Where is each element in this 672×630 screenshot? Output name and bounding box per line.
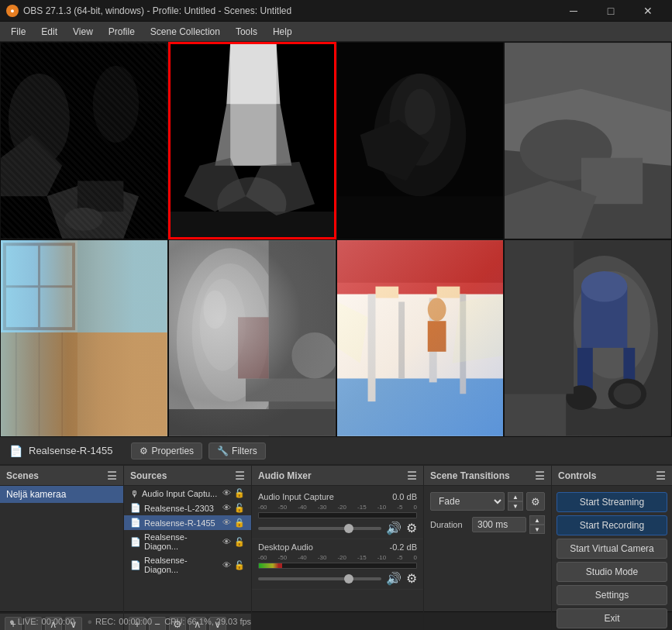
audio-meter-0-labels: -60 -50 -40 -30 -20 -15 -10 -5 0 — [258, 504, 417, 511]
preview-cell-2[interactable] — [168, 42, 336, 239]
close-button[interactable]: ✕ — [630, 0, 666, 22]
settings-button[interactable]: Settings — [557, 585, 667, 605]
audio-meter-1-labels: -60 -50 -40 -30 -20 -15 -10 -5 0 — [258, 554, 417, 561]
source-visible-icon-1[interactable]: 👁 — [222, 503, 231, 513]
rec-timer: 00:00:00 — [119, 617, 152, 626]
svg-point-42 — [199, 279, 245, 371]
source-lock-icon-1[interactable]: 🔓 — [234, 503, 245, 513]
preview-cell-6[interactable] — [168, 239, 336, 437]
audio-settings-0[interactable]: ⚙ — [406, 521, 417, 535]
preview-cell-1[interactable] — [0, 42, 168, 239]
source-lock-icon-0[interactable]: 🔓 — [234, 488, 245, 498]
menu-edit[interactable]: Edit — [33, 24, 65, 40]
svg-rect-12 — [169, 212, 336, 239]
sources-header-icons: ☰ — [235, 470, 245, 482]
source-lock-icon-3[interactable]: 🔓 — [234, 537, 245, 547]
menu-scene-collection[interactable]: Scene Collection — [143, 24, 228, 40]
audio-mixer-title: Audio Mixer — [258, 470, 312, 481]
duration-arrows: ▲ ▼ — [529, 515, 545, 534]
transition-down-button[interactable]: ▼ — [508, 501, 523, 511]
source-type-icon-3: 📄 — [130, 537, 141, 547]
audio-track-1: Desktop Audio -0.2 dB -60 -50 -40 -30 -2… — [252, 539, 423, 590]
svg-point-1 — [9, 74, 70, 166]
maximize-button[interactable]: □ — [593, 0, 629, 22]
scene-item-0[interactable]: Neljä kameraa — [0, 486, 123, 503]
preview-cell-7[interactable] — [336, 239, 505, 437]
audio-mixer-panel: Audio Mixer ☰ Audio Input Capture 0.0 dB… — [252, 466, 424, 630]
menu-help[interactable]: Help — [265, 24, 300, 40]
sources-config-icon[interactable]: ☰ — [235, 470, 245, 482]
transition-settings-button[interactable]: ⚙ — [526, 492, 545, 511]
source-visible-icon-3[interactable]: 👁 — [222, 537, 231, 547]
audio-track-1-name: Desktop Audio — [258, 542, 313, 552]
duration-up-button[interactable]: ▲ — [529, 515, 545, 525]
source-label-bar: 📄 Realsense-R-1455 ⚙ Properties 🔧 Filter… — [0, 437, 672, 465]
source-actions: ⚙ Properties 🔧 Filters — [131, 442, 265, 460]
svg-rect-50 — [337, 240, 504, 294]
properties-button[interactable]: ⚙ Properties — [131, 442, 202, 460]
source-item-2[interactable]: 📄 Realsense-R-1455 👁 🔒 — [124, 515, 251, 530]
scene-transitions-config-icon[interactable]: ☰ — [535, 470, 545, 482]
menu-file[interactable]: File — [3, 24, 33, 40]
preview-cell-8[interactable] — [504, 239, 672, 437]
duration-input[interactable] — [472, 517, 526, 532]
transition-type-select[interactable]: Fade Cut Swipe — [430, 492, 505, 511]
source-visible-icon-0[interactable]: 👁 — [222, 488, 231, 498]
source-item-1[interactable]: 📄 Realsense-L-2303 👁 🔓 — [124, 501, 251, 515]
settings-label: Settings — [595, 590, 629, 601]
minimize-button[interactable]: ─ — [556, 0, 591, 22]
audio-settings-1[interactable]: ⚙ — [406, 571, 417, 586]
source-item-3[interactable]: 📄 Realsense-Diagon... 👁 🔓 — [124, 530, 251, 553]
preview-cell-5[interactable] — [0, 239, 168, 437]
scene-transitions-title: Scene Transitions — [430, 470, 510, 481]
source-lock-icon-4[interactable]: 🔓 — [234, 560, 245, 570]
bottom-panel: Scenes ☰ Neljä kameraa + − ∧ ∨ Sources ☰ — [0, 465, 672, 611]
source-item-4[interactable]: 📄 Realsense-Diagon... 👁 🔓 — [124, 553, 251, 577]
scenes-title: Scenes — [6, 470, 39, 481]
volume-slider-1[interactable] — [258, 577, 381, 580]
volume-slider-0[interactable] — [258, 527, 381, 530]
preview-cell-4[interactable] — [504, 42, 672, 239]
title-controls[interactable]: ─ □ ✕ — [556, 0, 666, 22]
source-item-label-0: Audio Input Captu... — [142, 489, 217, 498]
controls-panel: Controls ☰ Start Streaming Start Recordi… — [552, 466, 672, 630]
source-lock-icon-2[interactable]: 🔒 — [234, 518, 245, 528]
transition-up-button[interactable]: ▲ — [508, 492, 523, 501]
start-virtual-camera-label: Start Virtual Camera — [570, 543, 654, 554]
source-visible-icon-4[interactable]: 👁 — [222, 560, 231, 570]
audio-mixer-config-icon[interactable]: ☰ — [407, 470, 417, 482]
menu-profile[interactable]: Profile — [101, 24, 143, 40]
volume-slider-0-thumb[interactable] — [344, 524, 353, 533]
controls-header-icons: ☰ — [656, 470, 666, 482]
app-icon: ● — [6, 5, 19, 17]
start-streaming-button[interactable]: Start Streaming — [557, 492, 667, 512]
menu-tools[interactable]: Tools — [228, 24, 265, 40]
filters-button[interactable]: 🔧 Filters — [208, 442, 266, 460]
svg-rect-44 — [268, 240, 335, 435]
scenes-config-icon[interactable]: ☰ — [107, 470, 117, 482]
sources-title: Sources — [130, 470, 167, 481]
menu-view[interactable]: View — [65, 24, 101, 40]
studio-mode-button[interactable]: Studio Mode — [557, 562, 667, 582]
source-item-icons-2: 👁 🔒 — [222, 518, 245, 528]
audio-meter-0 — [258, 512, 417, 518]
live-dot: ● — [9, 617, 15, 626]
sources-header: Sources ☰ — [124, 466, 251, 486]
duration-down-button[interactable]: ▼ — [529, 525, 545, 534]
volume-slider-1-thumb[interactable] — [344, 574, 353, 584]
scene-item-label-0: Neljä kameraa — [6, 489, 66, 500]
source-visible-icon-2[interactable]: 👁 — [222, 518, 231, 528]
source-item-0[interactable]: 🎙 Audio Input Captu... 👁 🔓 — [124, 486, 251, 501]
exit-button[interactable]: Exit — [557, 608, 667, 628]
title-bar: ● OBS 27.1.3 (64-bit, windows) - Profile… — [0, 0, 672, 22]
preview-cell-3[interactable] — [336, 42, 505, 239]
mute-button-1[interactable]: 🔊 — [386, 571, 401, 586]
start-virtual-camera-button[interactable]: Start Virtual Camera — [557, 539, 667, 559]
controls-config-icon[interactable]: ☰ — [656, 470, 666, 482]
svg-rect-47 — [238, 317, 269, 378]
svg-rect-57 — [429, 298, 436, 383]
start-recording-button[interactable]: Start Recording — [557, 515, 667, 535]
scenes-panel: Scenes ☰ Neljä kameraa + − ∧ ∨ — [0, 466, 124, 630]
scenes-header: Scenes ☰ — [0, 466, 123, 486]
mute-button-0[interactable]: 🔊 — [386, 521, 401, 535]
